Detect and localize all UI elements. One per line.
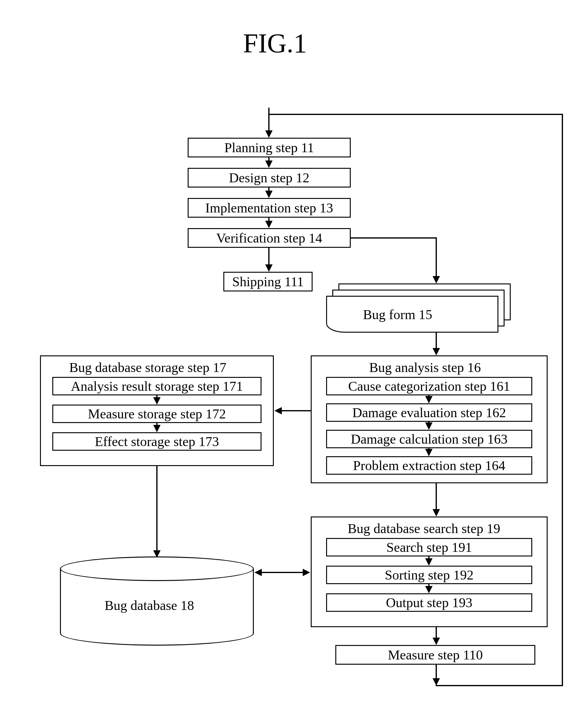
box-172: Measure storage step 172 [52, 405, 261, 423]
db-cylinder-top [60, 556, 254, 581]
ah-to-15 [432, 276, 440, 283]
ah-15-16 [432, 348, 440, 356]
ah162-163 [425, 422, 432, 430]
box-implementation: Implementation step 13 [188, 198, 351, 218]
box-161: Cause categorization step 161 [326, 377, 532, 395]
fb-right-vert [562, 114, 563, 686]
box-planning: Planning step 11 [188, 138, 351, 157]
ah171-172 [153, 397, 160, 405]
box-164: Problem extraction step 164 [326, 456, 532, 475]
ah-11-12 [265, 160, 273, 168]
ah192-193 [425, 586, 432, 593]
box-171: Analysis result storage step 171 [52, 377, 261, 395]
conn-15-16 [436, 333, 437, 350]
diagram-canvas: FIG.1 Planning step 11 Design step 12 Im… [0, 0, 579, 728]
ah-19-110 [432, 638, 440, 645]
conn-16-17 [281, 410, 311, 411]
ah-16-19 [432, 509, 440, 517]
conn-14-111 [268, 248, 270, 266]
ah172-173 [153, 425, 160, 432]
ah-19-to-18 [254, 569, 262, 576]
box-193: Output step 193 [326, 593, 532, 612]
fb-bottom [436, 685, 563, 686]
group16-title: Bug analysis step 16 [369, 360, 481, 375]
ah161-162 [425, 396, 432, 404]
box-163: Damage calculation step 163 [326, 430, 532, 448]
box-shipping: Shipping 111 [223, 272, 312, 291]
arrowhead-entry [265, 130, 273, 138]
db-label: Bug database 18 [105, 598, 194, 613]
conn-17-18 [156, 466, 157, 552]
ah-18-to-19 [303, 569, 310, 576]
figure-title: FIG.1 [243, 28, 307, 59]
group19-title: Bug database search step 19 [348, 521, 500, 537]
box-verification: Verification step 14 [188, 228, 351, 248]
box-191: Search step 191 [326, 538, 532, 556]
ah-12-13 [265, 190, 273, 198]
box-162: Damage evaluation step 162 [326, 404, 532, 422]
ah-13-14 [265, 221, 273, 228]
fb-top [270, 114, 563, 115]
ah-16-17 [274, 407, 282, 414]
group17-title: Bug database storage step 17 [69, 360, 226, 375]
conn-14-down-to-15 [436, 237, 437, 278]
doc-label: Bug form 15 [363, 307, 432, 322]
box-measure: Measure step 110 [335, 645, 535, 665]
arrow-entry-vert [268, 108, 270, 132]
box-173: Effect storage step 173 [52, 432, 261, 451]
conn-14-right [351, 237, 437, 239]
fb-down [436, 665, 437, 680]
box-192: Sorting step 192 [326, 566, 532, 584]
ah-14-111 [265, 264, 273, 272]
box-design: Design step 12 [188, 168, 351, 187]
ah191-192 [425, 558, 432, 566]
conn-18-19 [261, 572, 303, 573]
ah163-164 [425, 449, 432, 456]
ah-fb-down [432, 678, 440, 685]
conn-16-19 [436, 483, 437, 511]
